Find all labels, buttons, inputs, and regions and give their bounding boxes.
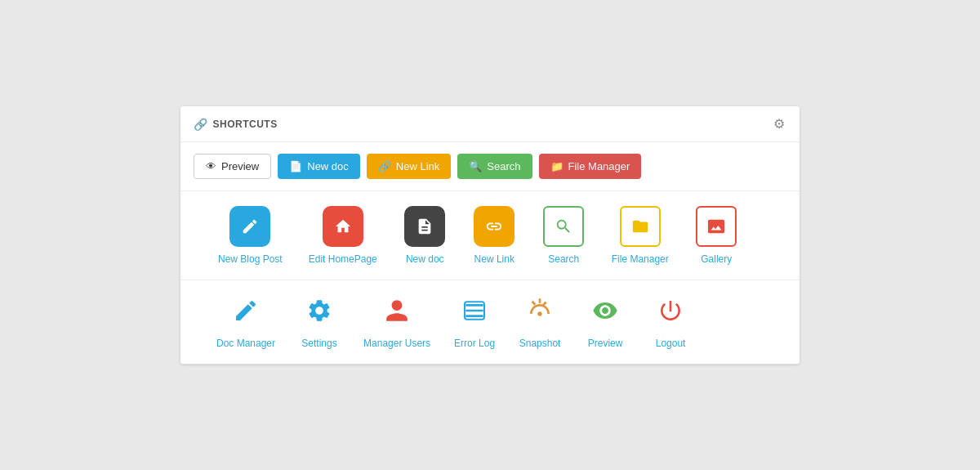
shortcuts-panel: 🔗 SHORTCUTS ⚙ 👁 Preview 📄 New doc 🔗 New …: [180, 105, 800, 365]
gear-button[interactable]: ⚙: [772, 114, 786, 133]
manager-users-item[interactable]: Manager Users: [352, 290, 442, 349]
logout-item[interactable]: Logout: [638, 290, 703, 349]
search-item[interactable]: Search: [529, 206, 599, 265]
manager-users-label: Manager Users: [363, 338, 430, 349]
gallery-icon: [707, 217, 725, 235]
preview-button[interactable]: 👁 Preview: [194, 154, 271, 179]
icon-row-1: New Blog Post Edit HomePage New doc: [180, 191, 800, 280]
doc-manager-label: Doc Manager: [216, 338, 275, 349]
logout-icon: [650, 290, 691, 331]
link-icon: [485, 217, 503, 235]
home-icon: [334, 217, 352, 235]
edit-homepage-icon-box: [323, 206, 363, 247]
new-doc-icon-box: [404, 206, 445, 247]
gallery-icon-box: [696, 206, 737, 247]
logout-label: Logout: [656, 338, 686, 349]
new-doc-label: New doc: [406, 253, 444, 265]
search-label: Search: [548, 253, 579, 265]
error-log-label: Error Log: [454, 338, 495, 349]
document-icon: [416, 217, 434, 235]
preview-icon: [585, 290, 626, 331]
search-label: Search: [487, 160, 520, 172]
preview-label: Preview: [221, 160, 259, 172]
error-log-item[interactable]: Error Log: [442, 290, 507, 349]
panel-header: 🔗 SHORTCUTS ⚙: [180, 106, 800, 142]
snapshot-icon: [519, 290, 560, 331]
search-icon: 🔍: [469, 160, 482, 172]
settings-item[interactable]: Settings: [287, 290, 352, 349]
new-link-item[interactable]: New Link: [460, 206, 529, 265]
new-link-label: New Link: [474, 253, 514, 265]
filemanager-label: File Manager: [568, 160, 630, 172]
edit-homepage-item[interactable]: Edit HomePage: [296, 206, 390, 265]
preview-label: Preview: [588, 338, 623, 349]
new-blog-post-label: New Blog Post: [218, 253, 283, 265]
panel-title: 🔗 SHORTCUTS: [194, 118, 278, 131]
filemanager-icon: 📁: [550, 160, 564, 172]
newdoc-icon: 📄: [289, 160, 302, 172]
icon-row-2: Doc Manager Settings Manager Users: [180, 280, 800, 364]
users-icon: [376, 290, 417, 331]
new-blog-post-icon-box: [229, 206, 270, 247]
panel-title-text: SHORTCUTS: [213, 119, 278, 130]
file-manager-item[interactable]: File Manager: [599, 206, 682, 265]
search-button[interactable]: 🔍 Search: [457, 154, 532, 179]
pencil-icon: [241, 217, 259, 235]
edit-homepage-label: Edit HomePage: [309, 253, 377, 265]
doc-manager-item[interactable]: Doc Manager: [205, 290, 287, 349]
eye-icon: 👁: [206, 160, 216, 172]
settings-label: Settings: [301, 338, 336, 349]
newlink-icon: 🔗: [378, 160, 391, 172]
newdoc-label: New doc: [307, 160, 349, 172]
file-manager-label: File Manager: [612, 253, 669, 265]
new-blog-post-item[interactable]: New Blog Post: [205, 206, 296, 265]
preview-item[interactable]: Preview: [572, 290, 638, 349]
new-link-icon-box: [474, 206, 514, 247]
doc-manager-icon: [225, 290, 266, 331]
gallery-label: Gallery: [701, 253, 732, 265]
snapshot-item[interactable]: Snapshot: [507, 290, 572, 349]
link-icon: 🔗: [194, 118, 208, 131]
search-icon-box: [543, 206, 584, 247]
button-bar: 👁 Preview 📄 New doc 🔗 New Link 🔍 Search …: [180, 142, 800, 191]
new-doc-item[interactable]: New doc: [390, 206, 460, 265]
newlink-button[interactable]: 🔗 New Link: [367, 154, 451, 179]
gallery-item[interactable]: Gallery: [682, 206, 751, 265]
filemanager-button[interactable]: 📁 File Manager: [539, 154, 642, 179]
svg-point-1: [537, 311, 541, 316]
settings-icon: [299, 290, 340, 331]
error-log-icon: [454, 290, 495, 331]
search-icon: [555, 217, 572, 235]
folder-icon: [631, 217, 649, 235]
newlink-label: New Link: [396, 160, 439, 172]
file-manager-icon-box: [620, 206, 661, 247]
newdoc-button[interactable]: 📄 New doc: [278, 154, 360, 179]
snapshot-label: Snapshot: [519, 338, 561, 349]
